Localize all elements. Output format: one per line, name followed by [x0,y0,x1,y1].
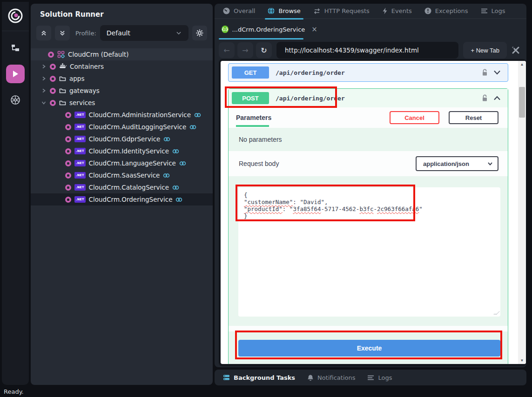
chevron-down-icon[interactable] [493,69,501,76]
request-body-row: Request body application/json [229,151,508,176]
browser-tab-title: ...dCrm.OrderingService [232,26,305,33]
link-icon[interactable] [175,197,182,202]
status-donut-icon [50,100,56,106]
cancel-button[interactable]: Cancel [390,111,439,124]
forward-button[interactable]: → [237,42,253,58]
link-icon[interactable] [172,149,179,154]
globe-icon [268,7,275,14]
tree-item-gdpr-service[interactable]: .NET CloudCrm.GdprService [31,133,213,145]
tree-item-language-service[interactable]: .NET CloudCrm.LanguageService [31,157,213,169]
tab-exceptions[interactable]: Exceptions [424,3,468,19]
url-input[interactable] [276,42,458,59]
tree-item-containers[interactable]: Containers [31,60,213,73]
expand-all-button[interactable] [55,26,70,40]
dotnet-badge-icon: .NET [74,196,86,203]
tree-item-auditlogging-service[interactable]: .NET CloudCrm.AuditLoggingService [31,121,213,133]
tree-item-label: CloudCrm.AuditLoggingService [89,123,187,131]
tab-browse[interactable]: Browse [268,3,300,19]
get-order-opblock[interactable]: GET /api/ordering/order [228,63,508,82]
scroll-down-icon[interactable]: ▼ [518,358,526,363]
execute-button[interactable]: Execute [238,340,500,357]
chevron-right-icon[interactable] [41,88,47,93]
post-method-badge: POST [232,92,269,104]
rail-run-button[interactable] [6,65,25,83]
app-logo [6,2,25,31]
parameters-title: Parameters [236,114,271,121]
tab-overall[interactable]: Overall [223,3,255,19]
profile-label: Profile: [75,30,96,37]
exclamation-icon [424,7,431,14]
collapse-all-button[interactable] [36,26,51,40]
unlock-icon[interactable] [481,69,488,76]
settings-button[interactable] [192,26,207,40]
tree-item-administration-service[interactable]: .NET CloudCrm.AdministrationService [31,109,213,121]
new-tab-button[interactable]: + New Tab [463,42,507,59]
notifications-button[interactable]: Notifications [307,374,355,381]
tab-label: Exceptions [435,7,468,14]
post-opblock-header[interactable]: POST /api/ordering/order [229,89,508,107]
swagger-page: GET /api/ordering/order POST /api/orderi… [221,61,526,364]
chevron-down-icon[interactable] [41,100,47,105]
dotnet-badge-icon: .NET [74,112,86,118]
dotnet-badge-icon: .NET [74,160,86,166]
request-body-textarea[interactable]: { "customerName": "David", "productId": … [238,187,500,317]
tab-http-requests[interactable]: HTTP Requests [313,3,370,19]
tree-explorer-icon [11,43,20,53]
reset-button[interactable]: Reset [449,111,498,124]
status-donut-icon [65,197,71,203]
content-type-select[interactable]: application/json [416,156,498,171]
link-icon[interactable] [179,161,186,166]
post-endpoint-path: /api/ordering/order [276,95,345,102]
tree-item-identity-service[interactable]: .NET CloudCrm.IdentityService [31,145,213,157]
tree-item-ordering-service[interactable]: .NET CloudCrm.OrderingService [31,193,213,205]
tree-item-apps[interactable]: apps [31,73,213,85]
logs-button[interactable]: Logs [367,374,392,381]
tree-item-label: apps [69,75,84,82]
chevron-down-icon [487,161,493,166]
status-donut-icon [50,64,56,70]
tree-item-gateways[interactable]: gateways [31,85,213,97]
tree-item-services[interactable]: services [31,97,213,109]
dotnet-badge-icon: .NET [74,148,86,154]
bottom-item-label: Notifications [317,374,355,381]
link-icon[interactable] [189,125,196,130]
textarea-resize-handle[interactable] [493,311,500,315]
background-tasks-button[interactable]: Background Tasks [223,374,295,381]
rail-explorer-button[interactable] [6,39,25,57]
back-button[interactable]: ← [219,42,235,58]
tree-item-saas-service[interactable]: .NET CloudCrm.SaasService [31,169,213,181]
tree-item-label: CloudCrm.GdprService [89,135,161,143]
profile-select[interactable]: Default [100,25,189,41]
status-bar: Ready. [4,388,24,395]
link-icon[interactable] [163,137,170,142]
browser-tab-ordering-service[interactable]: {;} ...dCrm.OrderingService × [219,21,303,40]
devtools-icon[interactable] [510,46,522,54]
request-body-label: Request body [239,160,279,167]
tab-events[interactable]: Events [382,3,412,19]
post-order-opblock: POST /api/ordering/order Parameters [228,88,508,364]
link-icon[interactable] [194,112,201,118]
unlock-icon[interactable] [481,94,488,102]
bottom-item-label: Background Tasks [234,374,295,381]
tab-label: HTTP Requests [324,7,370,14]
scrollbar-thumb[interactable] [519,87,525,118]
chevron-right-icon[interactable] [41,76,47,81]
tree-item-catalog-service[interactable]: .NET CloudCrm.CatalogService [31,181,213,193]
refresh-button[interactable]: ↻ [256,42,272,58]
rail-kubernetes-button[interactable] [6,91,25,109]
get-method-badge: GET [232,66,269,79]
tree-item-solution-root[interactable]: CloudCrm (Default) [31,48,213,60]
close-icon[interactable]: × [311,25,317,33]
chevron-right-icon[interactable] [41,64,47,69]
tree-item-label: CloudCrm.SaasService [89,172,160,179]
get-endpoint-path: /api/ordering/order [276,69,345,76]
link-icon[interactable] [172,185,179,190]
chevron-up-icon[interactable] [493,94,501,102]
status-donut-icon [65,185,71,191]
swagger-icon: {;} [222,26,229,33]
link-icon[interactable] [163,173,170,178]
page-scrollbar[interactable]: ▲ ▼ [518,61,526,364]
tab-logs[interactable]: Logs [481,3,505,19]
scroll-up-icon[interactable]: ▲ [518,62,526,66]
detail-tabbar: Overall Browse HTTP Requests Events [215,4,526,19]
